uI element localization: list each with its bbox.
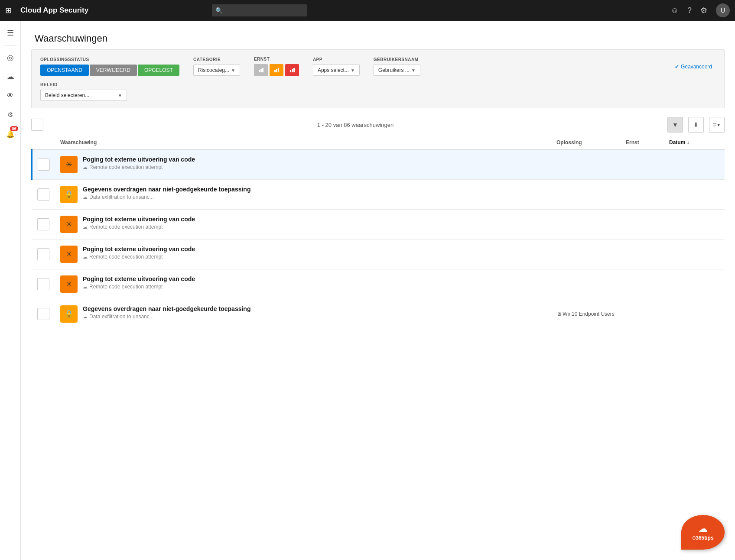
table-row[interactable]: ✳Poging tot externe uitvoering van code☁… (32, 269, 725, 299)
row-alert-cell: ✳Poging tot externe uitvoering van code☁… (55, 210, 551, 240)
avatar[interactable]: U (716, 3, 730, 17)
alert-main: 🔒Gegevens overdragen naar niet-goedgekeu… (60, 305, 546, 323)
sidebar-item-menu[interactable]: ☰ (2, 24, 19, 42)
row-date-cell (664, 210, 725, 240)
select-all-checkbox[interactable] (31, 119, 43, 131)
sidebar-item-activity[interactable]: 👁 (2, 87, 19, 104)
alert-main: ✳Poging tot externe uitvoering van code☁… (60, 246, 546, 263)
row-alert-cell: ✳Poging tot externe uitvoering van code☁… (55, 149, 551, 180)
sidebar-item-dashboard[interactable]: ◎ (2, 49, 19, 66)
download-action-btn[interactable]: ⬇ (688, 117, 704, 133)
download-icon: ⬇ (693, 121, 699, 128)
username-arrow-icon: ▼ (411, 68, 416, 73)
policy-label: BELEID (40, 82, 127, 87)
row-solution-cell: 🖥 Win10 Endpoint Users (551, 299, 621, 329)
username-label: GEBRUIKERSNAAM (374, 57, 420, 62)
policy-arrow-icon: ▼ (118, 93, 122, 98)
status-btn-opgelost[interactable]: OPGELOST (138, 65, 179, 76)
app-arrow-icon: ▼ (351, 68, 355, 73)
alert-sub-icon: ☁ (83, 224, 88, 230)
svg-rect-5 (278, 68, 279, 72)
filter-action-btn[interactable]: ▼ (667, 117, 683, 133)
severity-medium-btn[interactable] (270, 64, 283, 76)
sidebar-item-cloud[interactable]: ☁ (2, 68, 19, 85)
status-btn-verwijderd[interactable]: VERWIJDERD (90, 65, 137, 76)
help-icon[interactable]: ? (687, 6, 692, 15)
table-header: Waarschuwing Oplossing Ernst Datum ↓ (32, 136, 725, 149)
filter-group-username: GEBRUIKERSNAAM Gebruikers ... ▼ (374, 57, 420, 76)
row-checkbox[interactable] (38, 159, 50, 171)
th-ernst[interactable]: Ernst (621, 136, 664, 149)
filter-row-1: OPLOSSINGSSTATUS OPENSTAAND VERWIJDERD O… (40, 57, 715, 76)
row-date-cell (664, 149, 725, 180)
filter-group-app: APP Apps select... ▼ (313, 57, 360, 76)
status-btn-openstaand[interactable]: OPENSTAAND (40, 65, 89, 76)
severity-icons (254, 64, 299, 76)
emoji-icon[interactable]: ☺ (671, 6, 679, 15)
alert-sub-icon: ☁ (83, 194, 88, 200)
policy-select[interactable]: Beleid selecteren... ▼ (40, 90, 127, 101)
row-severity-cell (621, 269, 664, 299)
alert-title: Gegevens overdragen naar niet-goedgekeur… (83, 186, 250, 193)
th-waarschuwing[interactable]: Waarschuwing (55, 136, 551, 149)
category-value: Risicocateg... (198, 67, 229, 73)
app-title: Cloud App Security (20, 6, 88, 15)
alert-text-wrap: Poging tot externe uitvoering van code☁ … (83, 216, 195, 230)
username-select[interactable]: Gebruikers ... ▼ (374, 65, 420, 76)
table-row[interactable]: 🔒Gegevens overdragen naar niet-goedgekeu… (32, 180, 725, 210)
sidebar-item-alerts[interactable]: 🔔 86 (2, 125, 19, 142)
advanced-button[interactable]: ✔ Geavanceerd (671, 62, 715, 71)
row-checkbox[interactable] (37, 278, 49, 290)
alert-title: Gegevens overdragen naar niet-goedgekeur… (83, 305, 250, 312)
grid-icon[interactable]: ⊞ (5, 6, 12, 15)
alert-title: Poging tot externe uitvoering van code (83, 275, 195, 282)
layout: ☰ ◎ ☁ 👁 ⚙ 🔔 86 Waarschuwingen (0, 21, 735, 560)
search-wrap: 🔍 (212, 4, 429, 16)
row-alert-cell: ✳Poging tot externe uitvoering van code☁… (55, 240, 551, 269)
alert-text-wrap: Poging tot externe uitvoering van code☁ … (83, 275, 195, 290)
dashboard-icon: ◎ (7, 53, 14, 62)
alert-subtitle: ☁ Remote code execution attempt (83, 284, 195, 290)
data-table: Waarschuwing Oplossing Ernst Datum ↓ (31, 136, 725, 329)
svg-rect-8 (293, 68, 295, 72)
search-input[interactable] (212, 4, 307, 16)
severity-high-btn[interactable] (285, 64, 299, 76)
category-select[interactable]: Risicocateg... ▼ (193, 65, 240, 76)
settings-icon[interactable]: ⚙ (700, 6, 707, 15)
columns-icon: ≡ (713, 121, 716, 128)
row-solution-cell (551, 180, 621, 210)
row-checkbox-cell (32, 240, 55, 269)
th-oplossing[interactable]: Oplossing (551, 136, 621, 149)
advanced-check-icon: ✔ (675, 64, 679, 70)
alert-main: ✳Poging tot externe uitvoering van code☁… (60, 216, 546, 233)
row-alert-cell: 🔒Gegevens overdragen naar niet-goedgekeu… (55, 299, 551, 329)
alert-subtitle: ☁ Remote code execution attempt (83, 254, 195, 260)
app-select[interactable]: Apps select... ▼ (313, 65, 360, 76)
username-value: Gebruikers ... (378, 67, 410, 73)
row-date-cell (664, 180, 725, 210)
row-checkbox[interactable] (37, 218, 49, 230)
category-arrow-icon: ▼ (231, 68, 235, 73)
svg-rect-7 (292, 69, 293, 72)
alert-subtitle: ☁ Remote code execution attempt (83, 164, 195, 170)
row-checkbox[interactable] (37, 308, 49, 320)
status-buttons: OPENSTAAND VERWIJDERD OPGELOST (40, 65, 179, 76)
table-row[interactable]: 🔒Gegevens overdragen naar niet-goedgekeu… (32, 299, 725, 329)
row-checkbox[interactable] (37, 188, 49, 201)
alert-subtitle: ☁ Remote code execution attempt (83, 224, 195, 230)
sidebar: ☰ ◎ ☁ 👁 ⚙ 🔔 86 (0, 21, 21, 560)
columns-action-btn[interactable]: ≡ ▼ (709, 117, 725, 133)
table-row[interactable]: ✳Poging tot externe uitvoering van code☁… (32, 240, 725, 269)
sidebar-item-controls[interactable]: ⚙ (2, 106, 19, 123)
advanced-label: Geavanceerd (681, 64, 712, 70)
table-row[interactable]: ✳Poging tot externe uitvoering van code☁… (32, 210, 725, 240)
alert-title: Poging tot externe uitvoering van code (83, 216, 195, 223)
row-checkbox-cell (32, 180, 55, 210)
alert-icon: ✳ (60, 156, 78, 173)
severity-low-btn[interactable] (254, 64, 268, 76)
th-datum[interactable]: Datum ↓ (664, 136, 725, 149)
table-row[interactable]: ✳Poging tot externe uitvoering van code☁… (32, 149, 725, 180)
filter-icon: ▼ (672, 121, 678, 128)
row-checkbox[interactable] (37, 248, 49, 260)
watermark[interactable]: ☁ O365tips (681, 515, 725, 550)
